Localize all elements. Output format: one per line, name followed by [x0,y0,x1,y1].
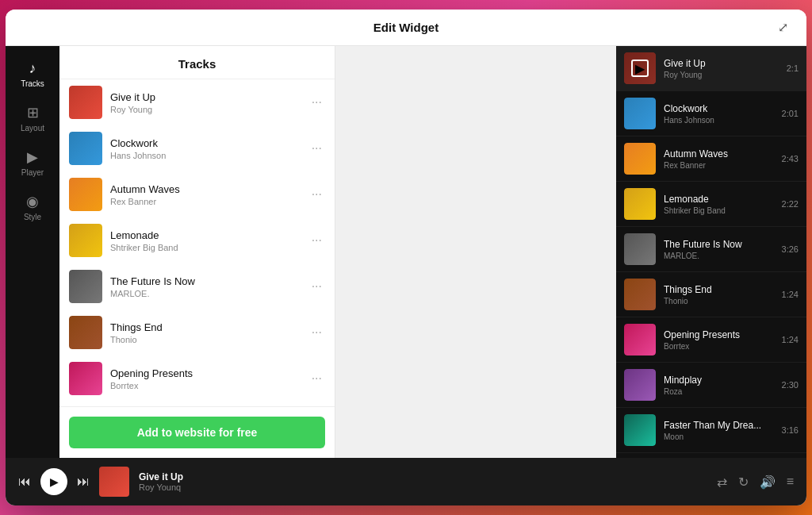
widget-track-item[interactable]: Autumn Waves Rex Banner 2:43 [616,136,806,182]
track-thumbnail [69,270,102,303]
play-overlay-btn: ▶ [631,60,649,77]
sidebar-item-style[interactable]: ◉ Style [10,186,55,228]
track-options-button[interactable]: ··· [308,92,325,113]
track-item[interactable]: Things End Thonio ··· [59,309,335,356]
track-thumbnail [69,86,102,119]
volume-icon[interactable]: 🔊 [760,475,776,490]
queue-icon[interactable]: ≡ [787,475,794,489]
widget-track-item[interactable]: Faster Than My Drea... Moon 3:16 [616,408,806,453]
widget-track-artist: MARLOE. [664,252,774,260]
widget-track-artist: Rex Banner [664,161,774,170]
repeat-icon[interactable]: ↻ [738,475,749,490]
sidebar-item-layout[interactable]: ⊞ Layout [10,98,55,139]
widget-track-info: The Future Is Now MARLOE. [664,239,774,260]
track-options-button[interactable]: ··· [308,276,325,297]
track-options-button[interactable]: ··· [308,368,325,389]
track-options-button[interactable]: ··· [308,184,325,205]
sidebar-label-style: Style [24,213,41,221]
track-item[interactable]: Autumn Waves Rex Banner ··· [59,171,335,217]
widget-track-info: Lemonade Shtriker Big Band [664,194,774,215]
track-item[interactable]: The Future Is Now MARLOE. ··· [59,263,335,309]
track-artist: Roy Young [110,105,301,114]
widget-thumb-inner [624,143,656,175]
widget-track-duration: 3:16 [782,425,799,435]
widget-track-thumbnail [624,414,656,446]
track-name: Opening Presents [110,367,301,379]
edit-widget-modal: Edit Widget ⤢ ♪ Tracks ⊞ Layout ▶ Player… [6,10,806,505]
widget-track-artist: Borrtex [664,342,774,351]
widget-track-thumbnail [624,369,656,401]
track-thumbnail [69,132,102,165]
widget-track-artist: Roza [664,387,774,396]
widget-track-thumbnail [624,188,656,220]
widget-track-item[interactable]: Mindplay Roza 2:30 [616,363,806,408]
widget-track-name: Mindplay [664,375,774,386]
widget-track-name: Opening Presents [664,329,774,340]
widget-track-duration: 3:26 [782,244,799,254]
sidebar-item-player[interactable]: ▶ Player [10,142,55,183]
track-item[interactable]: Clockwork Hans Johnson ··· [59,125,335,171]
track-options-button[interactable]: ··· [308,322,325,343]
track-info: The Future Is Now MARLOE. [110,275,301,298]
fast-forward-button[interactable]: ⏭ [77,475,90,489]
player-track-info: Give it Up Roy Younq [139,471,707,492]
widget-track-item[interactable]: Opening Presents Borrtex 1:24 [616,317,806,363]
sidebar-item-tracks[interactable]: ♪ Tracks [10,54,55,94]
widget-thumb-inner [624,98,656,129]
sidebar-label-player: Player [21,168,44,177]
widget-track-thumbnail [624,279,656,310]
track-options-button[interactable]: ··· [308,230,325,251]
track-item[interactable]: Opening Presents Borrtex ··· [59,356,335,402]
add-to-website-button[interactable]: Add to website for free [69,417,325,448]
sidebar: ♪ Tracks ⊞ Layout ▶ Player ◉ Style [6,46,59,458]
player-track-thumbnail [99,467,129,497]
rewind-button[interactable]: ⏮ [18,475,31,489]
shuffle-icon[interactable]: ⇄ [717,475,727,490]
widget-track-info: Things End Thonio [664,284,774,306]
expand-button[interactable]: ⤢ [772,17,794,39]
widget-thumb-inner [624,188,656,220]
tracks-list: Give it Up Roy Young ··· Clockwork Hans … [59,79,335,406]
track-thumb-inner [69,86,102,119]
widget-track-item[interactable]: Things End Thonio 1:24 [616,272,806,317]
widget-track-thumbnail [624,233,656,265]
widget-track-item[interactable]: Clockwork Hans Johnson 2:01 [616,91,806,136]
player-right-controls: ⇄ ↻ 🔊 ≡ [717,475,794,490]
track-options-button[interactable]: ··· [308,138,325,159]
track-item[interactable]: Give it Up Roy Young ··· [59,79,335,125]
track-artist: Hans Johnson [110,151,301,160]
sidebar-label-layout: Layout [21,124,44,133]
widget-track-item[interactable]: Lemonade Shtriker Big Band 2:22 [616,182,806,227]
widget-track-artist: Roy Young [664,71,779,79]
widget-track-duration: 2:22 [782,199,799,209]
track-thumb-inner [69,132,102,165]
widget-thumb-inner [624,233,656,265]
track-item[interactable]: Lemonade Shtriker Big Band ··· [59,217,335,263]
widget-panel: ▶ Give it Up Roy Young 2:1 Clockwork Han… [616,46,806,458]
widget-track-artist: Shtriker Big Band [664,206,774,215]
widget-track-item[interactable]: The Future Is Now MARLOE. 3:26 [616,227,806,272]
layout-icon: ⊞ [27,104,39,121]
widget-track-info: Faster Than My Drea... Moon [664,420,774,441]
add-button-wrap: Add to website for free [59,406,335,458]
expand-icon: ⤢ [778,20,788,35]
widget-thumb-inner [624,279,656,310]
widget-track-thumbnail [624,324,656,356]
widget-track-duration: 2:30 [782,380,799,390]
play-pause-button[interactable]: ▶ [40,468,67,495]
player-track-artist: Roy Younq [139,482,707,492]
play-overlay: ▶ [624,52,656,84]
track-thumb-inner [69,316,102,349]
track-thumbnail [69,316,102,349]
track-thumb-inner [69,270,102,303]
track-info: Autumn Waves Rex Banner [110,183,301,206]
track-info: Clockwork Hans Johnson [110,137,301,160]
track-artist: Rex Banner [110,197,301,206]
tracks-icon: ♪ [29,60,36,77]
track-artist: Borrtex [110,381,301,390]
modal-body: ♪ Tracks ⊞ Layout ▶ Player ◉ Style Track… [6,46,806,458]
tracks-panel: Tracks Give it Up Roy Young ··· Clockwor… [59,46,335,458]
widget-track-item[interactable]: ▶ Give it Up Roy Young 2:1 [616,46,806,91]
widget-track-duration: 1:24 [782,335,799,344]
widget-track-duration: 2:01 [782,109,799,118]
